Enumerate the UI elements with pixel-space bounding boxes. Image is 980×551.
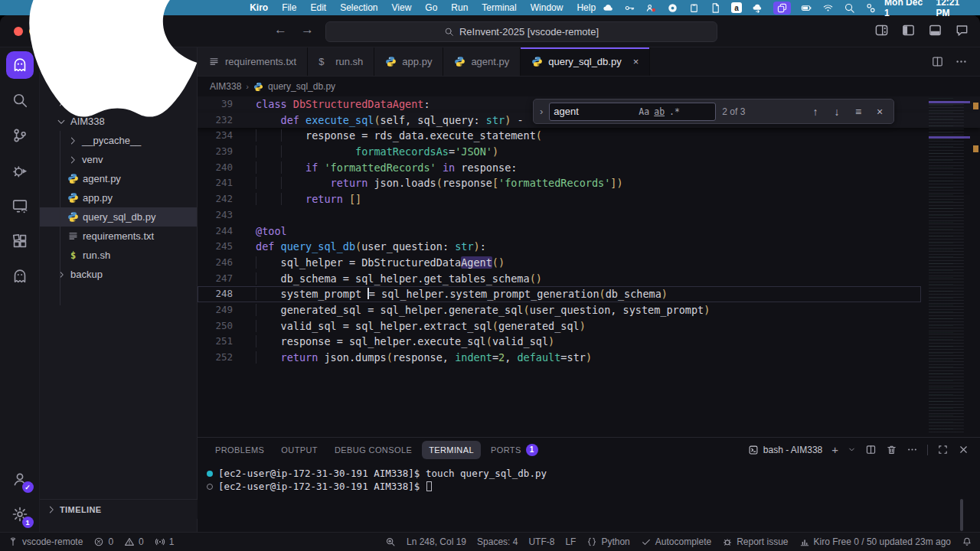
- timeline-section[interactable]: TIMELINE: [40, 499, 198, 519]
- more-icon[interactable]: [955, 55, 968, 68]
- chat-icon[interactable]: [955, 23, 969, 37]
- activity-extensions[interactable]: [3, 223, 37, 259]
- previous-match-icon[interactable]: ↑: [808, 106, 823, 118]
- activity-source-control[interactable]: [3, 118, 37, 153]
- activity-settings[interactable]: 1: [3, 497, 37, 532]
- maximize-panel-icon[interactable]: [937, 444, 949, 455]
- disc-icon[interactable]: [667, 2, 678, 14]
- forward-button[interactable]: →: [301, 22, 314, 37]
- panel-left-icon[interactable]: [901, 23, 916, 37]
- tree-item-query-sql-db-py[interactable]: query_sql_db.py: [40, 207, 197, 227]
- terminal-scrollbar[interactable]: [960, 499, 963, 531]
- tab-query-sql-db-py[interactable]: query_sql_db.py×: [521, 47, 650, 76]
- menu-help[interactable]: Help: [570, 2, 603, 13]
- match-case-icon[interactable]: Aa: [636, 106, 652, 118]
- split-icon[interactable]: [931, 55, 944, 68]
- menu-file[interactable]: File: [275, 2, 303, 13]
- status-language-mode[interactable]: Python: [586, 536, 629, 547]
- doc-icon[interactable]: [710, 2, 721, 14]
- cloud-icon[interactable]: [603, 2, 614, 14]
- close-tab-icon[interactable]: ×: [633, 56, 639, 67]
- status-notifications[interactable]: [962, 536, 972, 547]
- close-find-icon[interactable]: ×: [872, 106, 887, 118]
- status-forwarded-ports[interactable]: 1: [155, 536, 175, 547]
- spotlight-icon[interactable]: [844, 2, 855, 14]
- tree-item-app-py[interactable]: app.py: [40, 188, 197, 207]
- menu-run[interactable]: Run: [444, 2, 475, 13]
- activity-account[interactable]: ✓: [3, 461, 37, 497]
- users-icon[interactable]: [645, 2, 657, 14]
- status-report-issue[interactable]: Report issue: [722, 536, 788, 547]
- menu-kiro[interactable]: Kiro: [243, 2, 275, 13]
- menu-go[interactable]: Go: [418, 2, 444, 13]
- tree-item-agent-py[interactable]: agent.py: [40, 169, 197, 188]
- key-icon[interactable]: [624, 2, 635, 14]
- status-zoom-indicator[interactable]: [385, 536, 396, 547]
- menu-edit[interactable]: Edit: [303, 2, 333, 13]
- status-errors[interactable]: 0: [93, 536, 113, 547]
- tab-app-py[interactable]: app.py: [374, 47, 443, 76]
- command-center-search[interactable]: ReInvent-2025 [vscode-remote]: [325, 21, 717, 42]
- status-encoding[interactable]: UTF-8: [528, 536, 554, 547]
- status-warnings[interactable]: 0: [124, 536, 144, 547]
- tree-item-run-sh[interactable]: $run.sh: [40, 246, 197, 265]
- panel-tab-problems[interactable]: PROBLEMS: [208, 441, 271, 459]
- terminal-instance[interactable]: bash - AIM338: [748, 445, 822, 455]
- activity-kiro-chat[interactable]: [3, 259, 37, 294]
- command-decoration-icon[interactable]: [207, 471, 213, 477]
- wifi-icon[interactable]: [822, 2, 834, 14]
- terminal-dropdown-icon[interactable]: [848, 445, 856, 454]
- active-app-pill[interactable]: [773, 2, 791, 15]
- regex-icon[interactable]: .*: [667, 106, 682, 118]
- apple-icon[interactable]: [0, 0, 243, 122]
- cloud-sync-icon[interactable]: [752, 2, 763, 14]
- menu-terminal[interactable]: Terminal: [475, 2, 523, 13]
- minimap[interactable]: [929, 96, 970, 433]
- status-cursor-position[interactable]: Ln 248, Col 19: [407, 536, 466, 547]
- status-eol[interactable]: LF: [565, 536, 576, 547]
- breadcrumb[interactable]: AIM338 › query_sql_db.py: [198, 77, 980, 96]
- activity-run-and-debug[interactable]: [3, 153, 37, 188]
- status-autocomplete[interactable]: Autocomplete: [641, 536, 711, 547]
- tab-run-sh[interactable]: $run.sh: [308, 47, 374, 76]
- battery-icon[interactable]: [801, 2, 812, 14]
- command-decoration-icon[interactable]: [207, 484, 213, 490]
- find-input-box[interactable]: Aa ab .*: [549, 103, 716, 121]
- status-indentation[interactable]: Spaces: 4: [477, 536, 518, 547]
- panel-tab-terminal[interactable]: TERMINAL: [422, 441, 481, 459]
- terminal-content[interactable]: [ec2-user@ip-172-31-30-191 AIM338]$ touc…: [198, 461, 980, 493]
- activity-remote-explorer[interactable]: [3, 188, 37, 223]
- profiles-icon[interactable]: [865, 2, 877, 14]
- code-editor[interactable]: 39class DbStructuredDataAgent:232 def ex…: [198, 96, 980, 454]
- clipboard-icon[interactable]: [688, 2, 700, 14]
- tab-agent-py[interactable]: agent.py: [443, 47, 521, 76]
- whole-word-icon[interactable]: ab: [652, 106, 667, 118]
- menu-selection[interactable]: Selection: [333, 2, 384, 13]
- breadcrumb-file[interactable]: query_sql_db.py: [268, 81, 335, 92]
- panel-tab-ports[interactable]: PORTS1: [484, 441, 545, 459]
- menubar-clock[interactable]: Mon Dec 1 12:21 PM: [884, 0, 980, 18]
- find-collapse-chevron-icon[interactable]: ›: [540, 106, 543, 117]
- status-remote-indicator[interactable]: vscode-remote: [8, 536, 83, 547]
- tree-item-requirements-txt[interactable]: requirements.txt: [40, 227, 197, 246]
- menu-window[interactable]: Window: [524, 2, 570, 13]
- find-in-selection-icon[interactable]: ≡: [851, 106, 866, 118]
- tree-item-venv[interactable]: venv: [40, 150, 197, 169]
- next-match-icon[interactable]: ↓: [829, 106, 844, 118]
- new-terminal-button[interactable]: +: [831, 443, 838, 456]
- kill-terminal-icon[interactable]: [886, 444, 897, 455]
- back-button[interactable]: ←: [274, 22, 287, 37]
- find-input[interactable]: [554, 106, 636, 117]
- close-panel-icon[interactable]: [958, 444, 969, 455]
- tree-item-backup[interactable]: backup: [40, 265, 197, 284]
- layout-icon[interactable]: [874, 23, 889, 37]
- split-terminal-icon[interactable]: [865, 444, 877, 455]
- panel-bottom-icon[interactable]: [928, 23, 942, 37]
- menu-view[interactable]: View: [385, 2, 419, 13]
- more-actions-icon[interactable]: [906, 444, 918, 455]
- amazon-icon[interactable]: a: [731, 2, 742, 13]
- tree-item--pycache-[interactable]: __pycache__: [40, 131, 197, 150]
- status-kiro-usage[interactable]: Kiro Free 0 / 50 updated 23m ago: [799, 536, 951, 547]
- panel-tab-output[interactable]: OUTPUT: [274, 441, 325, 459]
- panel-tab-debug-console[interactable]: DEBUG CONSOLE: [328, 441, 419, 459]
